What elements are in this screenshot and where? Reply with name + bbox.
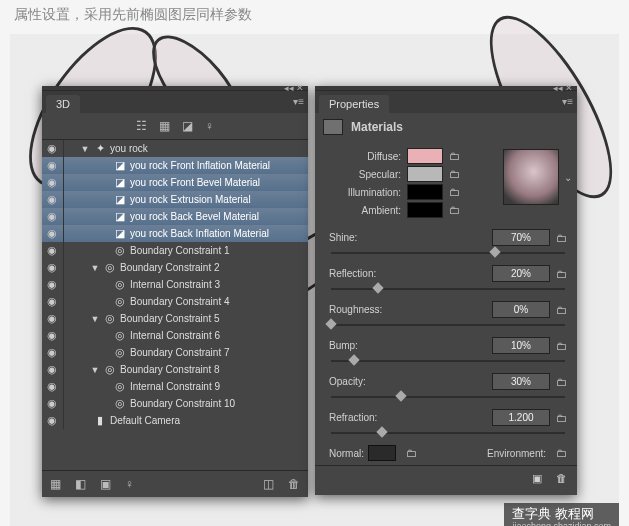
preview-menu-icon[interactable]: ⌄ xyxy=(564,172,572,183)
tree-item[interactable]: ◉◎Internal Constraint 9 xyxy=(42,378,308,395)
material-preview[interactable]: ⌄ xyxy=(503,149,559,205)
slider-value-input[interactable]: 30% xyxy=(492,373,550,390)
visibility-eye-icon[interactable]: ◉ xyxy=(44,414,60,427)
close-icon[interactable]: ✕ xyxy=(565,83,573,93)
tree-item[interactable]: ◉▼◎Boundary Constraint 2 xyxy=(42,259,308,276)
tree-item[interactable]: ◉▼✦you rock xyxy=(42,140,308,157)
slider-value-input[interactable]: 1.200 xyxy=(492,409,550,426)
panel-menu-icon[interactable]: ▾≡ xyxy=(562,96,573,107)
light-icon[interactable]: ♀ xyxy=(205,119,214,133)
folder-icon[interactable]: 🗀 xyxy=(449,186,460,198)
visibility-eye-icon[interactable]: ◉ xyxy=(44,312,60,325)
tree-item[interactable]: ◉◪you rock Back Inflation Material xyxy=(42,225,308,242)
layer-icon[interactable]: ◧ xyxy=(75,477,86,491)
tree-item[interactable]: ◉▮Default Camera xyxy=(42,412,308,429)
slider-knob[interactable] xyxy=(396,390,407,401)
normal-swatch[interactable] xyxy=(368,445,396,461)
tree-item-label: you rock Front Inflation Material xyxy=(130,160,270,171)
tree-item[interactable]: ◉▼◎Boundary Constraint 8 xyxy=(42,361,308,378)
visibility-eye-icon[interactable]: ◉ xyxy=(44,363,60,376)
folder-icon[interactable]: 🗀 xyxy=(556,232,567,244)
folder-icon[interactable]: 🗀 xyxy=(449,204,460,216)
color-swatch[interactable] xyxy=(407,184,443,200)
slider-value-input[interactable]: 20% xyxy=(492,265,550,282)
visibility-eye-icon[interactable]: ◉ xyxy=(44,193,60,206)
visibility-eye-icon[interactable]: ◉ xyxy=(44,278,60,291)
render-icon[interactable]: ▣ xyxy=(532,472,542,485)
slider-knob[interactable] xyxy=(377,426,388,437)
item-type-icon: ◎ xyxy=(113,397,127,410)
visibility-eye-icon[interactable]: ◉ xyxy=(44,397,60,410)
tree-item[interactable]: ◉◎Internal Constraint 6 xyxy=(42,327,308,344)
delete-icon[interactable]: 🗑 xyxy=(556,472,567,484)
folder-icon[interactable]: 🗀 xyxy=(556,447,567,459)
material-icon[interactable]: ◪ xyxy=(182,119,193,133)
visibility-eye-icon[interactable]: ◉ xyxy=(44,159,60,172)
visibility-eye-icon[interactable]: ◉ xyxy=(44,295,60,308)
folder-icon[interactable]: 🗀 xyxy=(556,412,567,424)
tree-item[interactable]: ◉◎Boundary Constraint 1 xyxy=(42,242,308,259)
visibility-eye-icon[interactable]: ◉ xyxy=(44,261,60,274)
slider-track[interactable] xyxy=(331,357,565,365)
visibility-eye-icon[interactable]: ◉ xyxy=(44,227,60,240)
new-icon[interactable]: ◫ xyxy=(263,477,274,491)
folder-icon[interactable]: 🗀 xyxy=(449,168,460,180)
disclosure-arrow-icon[interactable]: ▼ xyxy=(90,365,100,375)
delete-icon[interactable]: 🗑 xyxy=(288,477,300,491)
slider-knob[interactable] xyxy=(372,282,383,293)
disclosure-arrow-icon[interactable]: ▼ xyxy=(90,314,100,324)
filter-icon[interactable]: ☷ xyxy=(136,119,147,133)
close-icon[interactable]: ✕ xyxy=(296,83,304,93)
slider-value-input[interactable]: 10% xyxy=(492,337,550,354)
folder-icon[interactable]: 🗀 xyxy=(556,340,567,352)
scene-icon[interactable]: ▦ xyxy=(50,477,61,491)
folder-icon[interactable]: 🗀 xyxy=(556,376,567,388)
folder-icon[interactable]: 🗀 xyxy=(556,268,567,280)
tree-item[interactable]: ◉▼◎Boundary Constraint 5 xyxy=(42,310,308,327)
disclosure-arrow-icon[interactable]: ▼ xyxy=(80,144,90,154)
visibility-eye-icon[interactable]: ◉ xyxy=(44,142,60,155)
visibility-eye-icon[interactable]: ◉ xyxy=(44,210,60,223)
folder-icon[interactable]: 🗀 xyxy=(449,150,460,162)
slider-value-input[interactable]: 70% xyxy=(492,229,550,246)
item-type-icon: ◎ xyxy=(103,363,117,376)
slider-knob[interactable] xyxy=(489,246,500,257)
tree-item[interactable]: ◉◪you rock Back Bevel Material xyxy=(42,208,308,225)
slider-knob[interactable] xyxy=(349,354,360,365)
collapse-icon[interactable]: ◂◂ xyxy=(553,83,563,93)
visibility-eye-icon[interactable]: ◉ xyxy=(44,380,60,393)
panel-menu-icon[interactable]: ▾≡ xyxy=(293,96,304,107)
slider-knob[interactable] xyxy=(325,318,336,329)
tree-item[interactable]: ◉◎Boundary Constraint 10 xyxy=(42,395,308,412)
tree-item[interactable]: ◉◎Internal Constraint 3 xyxy=(42,276,308,293)
slider-track[interactable] xyxy=(331,393,565,401)
tree-item[interactable]: ◉◪you rock Front Inflation Material xyxy=(42,157,308,174)
disclosure-arrow-icon[interactable]: ▼ xyxy=(90,263,100,273)
slider-track[interactable] xyxy=(331,249,565,257)
tree-item[interactable]: ◉◪you rock Front Bevel Material xyxy=(42,174,308,191)
scene-tree[interactable]: ◉▼✦you rock◉◪you rock Front Inflation Ma… xyxy=(42,140,308,471)
slider-track[interactable] xyxy=(331,321,565,329)
tree-item[interactable]: ◉◎Boundary Constraint 7 xyxy=(42,344,308,361)
tree-item[interactable]: ◉◪you rock Extrusion Material xyxy=(42,191,308,208)
visibility-eye-icon[interactable]: ◉ xyxy=(44,346,60,359)
slider-value-input[interactable]: 0% xyxy=(492,301,550,318)
tab-properties[interactable]: Properties xyxy=(319,95,389,113)
folder-icon[interactable]: 🗀 xyxy=(406,447,417,459)
visibility-eye-icon[interactable]: ◉ xyxy=(44,244,60,257)
tab-3d[interactable]: 3D xyxy=(46,95,80,113)
visibility-eye-icon[interactable]: ◉ xyxy=(44,329,60,342)
light-add-icon[interactable]: ♀ xyxy=(125,477,134,491)
color-swatch[interactable] xyxy=(407,148,443,164)
slider-track[interactable] xyxy=(331,285,565,293)
collapse-icon[interactable]: ◂◂ xyxy=(284,83,294,93)
visibility-eye-icon[interactable]: ◉ xyxy=(44,176,60,189)
item-type-icon: ▮ xyxy=(93,414,107,427)
color-swatch[interactable] xyxy=(407,166,443,182)
mesh-icon[interactable]: ▦ xyxy=(159,119,170,133)
slider-track[interactable] xyxy=(331,429,565,437)
folder-icon[interactable]: 🗀 xyxy=(556,304,567,316)
render-icon[interactable]: ▣ xyxy=(100,477,111,491)
color-swatch[interactable] xyxy=(407,202,443,218)
tree-item[interactable]: ◉◎Boundary Constraint 4 xyxy=(42,293,308,310)
